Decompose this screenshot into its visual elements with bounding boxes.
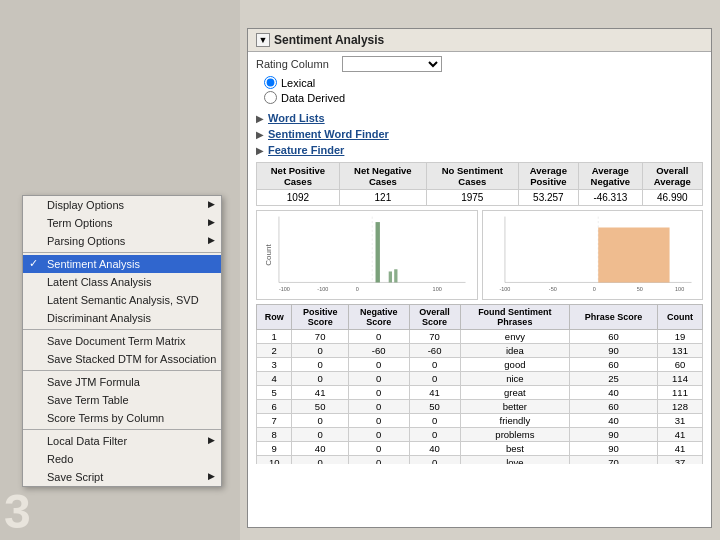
polarity-summary-chart: -100 -50 0 50 100 Polarity Summary [482, 210, 704, 300]
table-row: 8000problems9041 [257, 428, 703, 442]
svg-text:100: 100 [675, 286, 684, 292]
menu-divider-2 [23, 329, 221, 330]
sentiment-word-finder-section[interactable]: ▶ Sentiment Word Finder [256, 126, 703, 142]
stats-header-overall-avg: OverallAverage [642, 163, 702, 190]
stats-table: Net PositiveCases Net NegativeCases No S… [256, 162, 703, 206]
collapse-button[interactable]: ▼ [256, 33, 270, 47]
menu-item-discriminant[interactable]: Discriminant Analysis [23, 309, 221, 327]
table-row: 10000love7037 [257, 456, 703, 465]
menu-item-save-dtm[interactable]: Save Document Term Matrix [23, 332, 221, 350]
table-row: 3000good6060 [257, 358, 703, 372]
document-scores-svg: -100 0 100 -100 [257, 211, 477, 299]
panel-header: ▼ Sentiment Analysis [248, 29, 711, 52]
menu-item-save-term-table[interactable]: Save Term Table [23, 391, 221, 409]
stats-header-avg-negative: AverageNegative [579, 163, 643, 190]
menu-divider-3 [23, 370, 221, 371]
menu-item-latent-semantic[interactable]: Latent Semantic Analysis, SVD [23, 291, 221, 309]
menu-item-display-options[interactable]: Display Options [23, 196, 221, 214]
word-lists-label: Word Lists [268, 112, 325, 124]
page-number-area: 3 [0, 500, 50, 540]
word-lists-section[interactable]: ▶ Word Lists [256, 110, 703, 126]
context-menu: Display Options Term Options Parsing Opt… [22, 195, 222, 487]
menu-item-save-script[interactable]: Save Script [23, 468, 221, 486]
feature-finder-section[interactable]: ▶ Feature Finder [256, 142, 703, 158]
table-row: 940040best9041 [257, 442, 703, 456]
data-table-container: Row PositiveScore NegativeScore OverallS… [256, 304, 703, 464]
panel-title: Sentiment Analysis [274, 33, 384, 47]
word-lists-arrow: ▶ [256, 113, 264, 124]
stat-no-sentiment: 1975 [426, 190, 518, 206]
feature-finder-arrow: ▶ [256, 145, 264, 156]
menu-item-latent-class[interactable]: Latent Class Analysis [23, 273, 221, 291]
lexical-radio[interactable] [264, 76, 277, 89]
stat-avg-positive: 53.257 [518, 190, 578, 206]
rating-column-label: Rating Column [256, 58, 336, 70]
table-row: 541041great40111 [257, 386, 703, 400]
menu-item-score-terms[interactable]: Score Terms by Column [23, 409, 221, 427]
stats-header-net-positive: Net PositiveCases [257, 163, 340, 190]
menu-item-save-jtm[interactable]: Save JTM Formula [23, 373, 221, 391]
svg-text:-100: -100 [499, 286, 510, 292]
stat-net-positive: 1092 [257, 190, 340, 206]
polarity-summary-svg: -100 -50 0 50 100 [483, 211, 703, 299]
svg-text:50: 50 [636, 286, 642, 292]
col-phrase-score: Phrase Score [570, 305, 658, 330]
svg-text:-100: -100 [317, 286, 328, 292]
data-derived-radio[interactable] [264, 91, 277, 104]
data-table: Row PositiveScore NegativeScore OverallS… [256, 304, 703, 464]
table-row: 20-60-60idea90131 [257, 344, 703, 358]
sentiment-word-finder-label: Sentiment Word Finder [268, 128, 389, 140]
col-row: Row [257, 305, 292, 330]
document-scores-chart: Count -100 0 100 -100 [256, 210, 478, 300]
svg-text:-100: -100 [279, 286, 290, 292]
menu-item-redo[interactable]: Redo [23, 450, 221, 468]
table-row: 170070envy6019 [257, 330, 703, 344]
rating-column-select[interactable] [342, 56, 442, 72]
data-derived-label: Data Derived [281, 92, 345, 104]
menu-item-save-stacked-dtm[interactable]: Save Stacked DTM for Association [23, 350, 221, 368]
polarity-summary-label: Polarity Summary [702, 288, 720, 298]
table-row: 4000nice25114 [257, 372, 703, 386]
menu-item-parsing-options[interactable]: Parsing Options [23, 232, 221, 250]
lexical-label: Lexical [281, 77, 315, 89]
menu-divider-1 [23, 252, 221, 253]
stats-header-net-negative: Net NegativeCases [339, 163, 426, 190]
menu-item-sentiment-analysis[interactable]: Sentiment Analysis [23, 255, 221, 273]
sentiment-word-finder-arrow: ▶ [256, 129, 264, 140]
col-count: Count [658, 305, 703, 330]
panel-body: Rating Column Lexical Data Derived ▶ Wor… [248, 52, 711, 468]
stats-header-no-sentiment: No SentimentCases [426, 163, 518, 190]
stats-header-avg-positive: AveragePositive [518, 163, 578, 190]
analysis-type-group: Lexical Data Derived [256, 76, 703, 104]
svg-text:100: 100 [433, 286, 442, 292]
data-derived-radio-item[interactable]: Data Derived [264, 91, 703, 104]
menu-item-local-filter[interactable]: Local Data Filter [23, 432, 221, 450]
col-positive-score: PositiveScore [292, 305, 349, 330]
menu-item-term-options[interactable]: Term Options [23, 214, 221, 232]
feature-finder-label: Feature Finder [268, 144, 344, 156]
page-number: 3 [4, 488, 31, 536]
svg-rect-3 [376, 222, 380, 282]
svg-rect-4 [389, 271, 392, 282]
svg-text:0: 0 [356, 286, 359, 292]
svg-text:0: 0 [592, 286, 595, 292]
menu-divider-4 [23, 429, 221, 430]
col-found-sentiment: Found SentimentPhrases [460, 305, 570, 330]
charts-area: Count -100 0 100 -100 [256, 210, 703, 300]
table-row: 7000friendly4031 [257, 414, 703, 428]
lexical-radio-item[interactable]: Lexical [264, 76, 703, 89]
col-overall-score: OverallScore [409, 305, 460, 330]
sentiment-analysis-panel: ▼ Sentiment Analysis Rating Column Lexic… [247, 28, 712, 528]
svg-text:-50: -50 [548, 286, 556, 292]
y-axis-label: Count [264, 244, 273, 265]
table-row: 650050better60128 [257, 400, 703, 414]
col-negative-score: NegativeScore [348, 305, 409, 330]
stat-avg-negative: -46.313 [579, 190, 643, 206]
stat-overall-avg: 46.990 [642, 190, 702, 206]
svg-marker-13 [598, 228, 669, 283]
stat-net-negative: 121 [339, 190, 426, 206]
rating-column-row: Rating Column [256, 56, 703, 72]
svg-rect-5 [394, 269, 397, 282]
